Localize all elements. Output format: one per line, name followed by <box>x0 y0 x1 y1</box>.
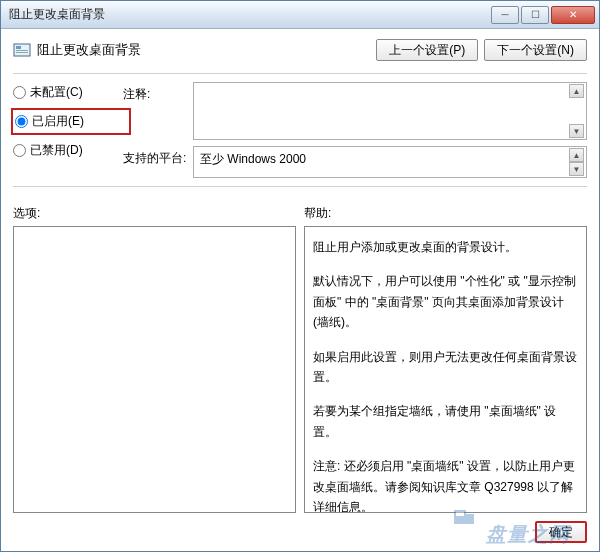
minimize-button[interactable]: ─ <box>491 6 519 24</box>
next-setting-button[interactable]: 下一个设置(N) <box>484 39 587 61</box>
help-p4: 若要为某个组指定墙纸，请使用 "桌面墙纸" 设置。 <box>313 401 578 442</box>
radio-not-configured[interactable]: 未配置(C) <box>13 84 123 101</box>
svg-rect-4 <box>456 512 464 516</box>
radio-disabled-label: 已禁用(D) <box>30 142 83 159</box>
help-p2: 默认情况下，用户可以使用 "个性化" 或 "显示控制面板" 中的 "桌面背景" … <box>313 271 578 332</box>
svg-rect-2 <box>16 50 28 51</box>
comment-label: 注释: <box>123 82 193 103</box>
radio-enabled[interactable]: 已启用(E) <box>11 108 131 135</box>
help-text[interactable]: 阻止用户添加或更改桌面的背景设计。 默认情况下，用户可以使用 "个性化" 或 "… <box>304 226 587 513</box>
platform-row: 支持的平台: 至少 Windows 2000 ▲ ▼ <box>123 146 587 178</box>
policy-icon <box>13 41 31 59</box>
config-area: 未配置(C) 已启用(E) 已禁用(D) 注释: ▲ ▼ <box>13 82 587 178</box>
options-label: 选项: <box>13 205 296 222</box>
dialog-window: 阻止更改桌面背景 ─ ☐ ✕ 阻止更改桌面背景 上一个设置(P) 下一个设置(N… <box>0 0 600 552</box>
comment-textarea[interactable]: ▲ ▼ <box>193 82 587 140</box>
radio-disabled[interactable]: 已禁用(D) <box>13 142 123 159</box>
scroll-up-icon[interactable]: ▲ <box>569 148 584 162</box>
scroll-down-icon[interactable]: ▼ <box>569 124 584 138</box>
nav-buttons: 上一个设置(P) 下一个设置(N) <box>376 39 587 61</box>
options-box <box>13 226 296 513</box>
scroll-up-icon[interactable]: ▲ <box>569 84 584 98</box>
radio-disabled-input[interactable] <box>13 144 26 157</box>
separator <box>13 186 587 187</box>
separator <box>13 73 587 74</box>
help-p5: 注意: 还必须启用 "桌面墙纸" 设置，以防止用户更改桌面墙纸。请参阅知识库文章… <box>313 456 578 513</box>
help-p3: 如果启用此设置，则用户无法更改任何桌面背景设置。 <box>313 347 578 388</box>
header-row: 阻止更改桌面背景 上一个设置(P) 下一个设置(N) <box>13 39 587 61</box>
close-button[interactable]: ✕ <box>551 6 595 24</box>
radio-group: 未配置(C) 已启用(E) 已禁用(D) <box>13 82 123 178</box>
scroll-down-icon[interactable]: ▼ <box>569 162 584 176</box>
titlebar[interactable]: 阻止更改桌面背景 ─ ☐ ✕ <box>1 1 599 29</box>
options-column: 选项: <box>13 205 296 513</box>
radio-not-configured-label: 未配置(C) <box>30 84 83 101</box>
svg-rect-1 <box>16 46 21 49</box>
window-title: 阻止更改桌面背景 <box>9 6 491 23</box>
page-title: 阻止更改桌面背景 <box>37 41 376 59</box>
platform-box: 至少 Windows 2000 ▲ ▼ <box>193 146 587 178</box>
footer: 确定 <box>13 513 587 543</box>
fields-column: 注释: ▲ ▼ 支持的平台: 至少 Windows 2000 ▲ ▼ <box>123 82 587 178</box>
svg-rect-3 <box>16 52 28 53</box>
help-column: 帮助: 阻止用户添加或更改桌面的背景设计。 默认情况下，用户可以使用 "个性化"… <box>304 205 587 513</box>
platform-value: 至少 Windows 2000 <box>200 152 306 166</box>
radio-enabled-label: 已启用(E) <box>32 113 84 130</box>
platform-label: 支持的平台: <box>123 146 193 167</box>
ok-button[interactable]: 确定 <box>535 521 587 543</box>
content-area: 阻止更改桌面背景 上一个设置(P) 下一个设置(N) 未配置(C) 已启用(E) <box>1 29 599 551</box>
radio-not-configured-input[interactable] <box>13 86 26 99</box>
prev-setting-button[interactable]: 上一个设置(P) <box>376 39 478 61</box>
help-p1: 阻止用户添加或更改桌面的背景设计。 <box>313 237 578 257</box>
help-label: 帮助: <box>304 205 587 222</box>
radio-enabled-input[interactable] <box>15 115 28 128</box>
watermark-logo <box>448 500 480 532</box>
comment-row: 注释: ▲ ▼ <box>123 82 587 140</box>
lower-area: 选项: 帮助: 阻止用户添加或更改桌面的背景设计。 默认情况下，用户可以使用 "… <box>13 205 587 513</box>
window-controls: ─ ☐ ✕ <box>491 6 595 24</box>
maximize-button[interactable]: ☐ <box>521 6 549 24</box>
